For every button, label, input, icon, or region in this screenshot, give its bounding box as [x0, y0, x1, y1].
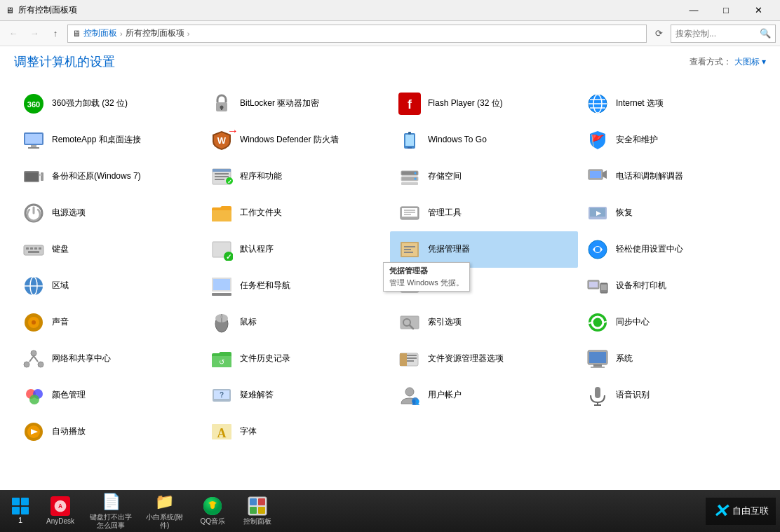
- credential-tooltip: 凭据管理器 管理 Windows 凭据。: [383, 262, 470, 292]
- view-options: 查看方式： 大图标 ▾: [690, 56, 766, 68]
- item-explorer[interactable]: 文件资源管理器选项: [390, 341, 578, 377]
- item-workfolder[interactable]: 工作文件夹: [202, 195, 390, 231]
- window-icon: 🖥: [6, 6, 14, 15]
- svg-rect-39: [590, 171, 601, 178]
- icon-color: [21, 383, 46, 408]
- svg-rect-102: [407, 360, 414, 362]
- svg-rect-99: [400, 353, 407, 366]
- item-security[interactable]: 🚩 安全和维护: [578, 122, 766, 158]
- item-label-explorer: 文件资源管理器选项: [428, 353, 504, 364]
- item-keyboard[interactable]: 键盘: [14, 231, 202, 268]
- item-credential[interactable]: 凭据管理器 凭据管理器 管理 Windows 凭据。: [390, 231, 578, 268]
- svg-rect-61: [404, 249, 411, 250]
- svg-rect-128: [250, 498, 257, 505]
- item-network[interactable]: 网络和共享中心: [14, 341, 202, 377]
- window-title: 所有控制面板项: [18, 4, 77, 16]
- item-color[interactable]: 颜色管理: [14, 377, 202, 414]
- item-region[interactable]: 区域: [14, 268, 202, 304]
- svg-rect-41: [212, 210, 231, 221]
- svg-rect-14: [31, 145, 36, 147]
- svg-rect-52: [34, 247, 37, 250]
- forward-button[interactable]: →: [25, 25, 43, 43]
- item-troubleshoot[interactable]: ? 疑难解答: [202, 377, 390, 414]
- item-fonts[interactable]: A 字体: [202, 414, 390, 450]
- path-segment-1[interactable]: 控制面板: [83, 27, 117, 39]
- item-useraccount[interactable]: 👥 用户帐户: [390, 377, 578, 414]
- item-phone[interactable]: 电话和调制解调器: [578, 158, 766, 195]
- taskbar-folder[interactable]: 📁 小白系统(附件): [140, 492, 189, 530]
- search-box[interactable]: 🔍: [671, 25, 776, 43]
- item-devices[interactable]: 设备和打印机: [578, 268, 766, 304]
- item-admin[interactable]: 管理工具: [390, 195, 578, 231]
- search-input[interactable]: [675, 29, 757, 39]
- item-bitlocker[interactable]: BitLocker 驱动器加密: [202, 86, 390, 122]
- icon-360: 360: [21, 91, 46, 116]
- taskbar-anydesk[interactable]: A AnyDesk: [39, 492, 81, 530]
- icon-admin: [397, 200, 422, 226]
- item-label-phone: 电话和调制解调器: [616, 171, 683, 182]
- item-wtg[interactable]: Windows To Go: [390, 122, 578, 158]
- item-storage[interactable]: 存储空间: [390, 158, 578, 195]
- item-mouse[interactable]: 鼠标: [202, 304, 390, 341]
- maximize-button[interactable]: □: [710, 0, 742, 21]
- item-power[interactable]: 电源选项: [14, 195, 202, 231]
- taskbar-start-button[interactable]: 1: [4, 492, 36, 530]
- item-sound[interactable]: 声音: [14, 304, 202, 341]
- icon-taskbar-nav: [209, 273, 234, 299]
- item-system[interactable]: 系统: [578, 341, 766, 377]
- icon-devices: [585, 273, 610, 299]
- icon-autoplay: [21, 419, 46, 444]
- item-remoteapp[interactable]: RemoteApp 和桌面连接: [14, 122, 202, 158]
- item-sync[interactable]: 同步中心: [578, 304, 766, 341]
- taskbar-qq-music[interactable]: QQ音乐: [191, 492, 234, 530]
- close-button[interactable]: ✕: [742, 0, 774, 21]
- item-internet[interactable]: Internet 选项: [578, 86, 766, 122]
- icon-mouse: [209, 310, 234, 335]
- back-button[interactable]: ←: [4, 25, 22, 43]
- icon-useraccount: 👥: [397, 383, 422, 408]
- svg-rect-20: [408, 132, 411, 135]
- address-path[interactable]: 🖥 控制面板 › 所有控制面板项 ›: [67, 25, 647, 43]
- minimize-button[interactable]: —: [678, 0, 710, 21]
- item-label-taskbar-nav: 任务栏和导航: [240, 280, 290, 292]
- icon-storage: [397, 164, 422, 189]
- item-autoplay[interactable]: 自动播放: [14, 414, 202, 450]
- brand-text: 自由互联: [732, 505, 769, 517]
- item-index[interactable]: 索引选项: [390, 304, 578, 341]
- refresh-button[interactable]: ⟳: [650, 25, 668, 43]
- item-programs[interactable]: ✓ 程序和功能: [202, 158, 390, 195]
- item-label-power: 电源选项: [52, 207, 86, 219]
- item-filehist[interactable]: ↺ 文件历史记录: [202, 341, 390, 377]
- item-label-flash: Flash Player (32 位): [428, 98, 503, 109]
- svg-rect-23: [25, 172, 38, 181]
- svg-rect-116: [595, 387, 600, 398]
- item-360[interactable]: 360 360强力卸载 (32 位): [14, 86, 202, 122]
- content-title: 调整计算机的设置: [14, 53, 115, 70]
- item-label-mouse: 鼠标: [240, 317, 257, 328]
- cpanel-taskbar-icon: [248, 496, 267, 516]
- item-recovery[interactable]: 恢复: [578, 195, 766, 231]
- taskbar-cpanel[interactable]: 控制面板: [236, 492, 278, 530]
- icon-index: [397, 310, 422, 335]
- address-bar: ← → ↑ 🖥 控制面板 › 所有控制面板项 › ⟳ 🔍: [0, 21, 780, 46]
- item-speech[interactable]: 语音识别: [578, 377, 766, 414]
- svg-rect-18: [405, 135, 414, 146]
- item-backup[interactable]: 备份和还原(Windows 7): [14, 158, 202, 195]
- up-button[interactable]: ↑: [46, 25, 65, 43]
- path-segment-2[interactable]: 所有控制面板项: [126, 27, 184, 39]
- item-flash[interactable]: f Flash Player (32 位): [390, 86, 578, 122]
- item-label-security: 安全和维护: [616, 135, 658, 146]
- icon-sound: [21, 310, 46, 335]
- view-value[interactable]: 大图标 ▾: [734, 56, 766, 68]
- svg-text:↺: ↺: [219, 358, 224, 366]
- icon-bitlocker: [209, 91, 234, 116]
- item-ease[interactable]: 轻松使用设置中心: [578, 231, 766, 268]
- taskbar-doc[interactable]: 📄 键盘打不出字怎么回事: [84, 492, 137, 530]
- svg-rect-104: [589, 352, 606, 363]
- svg-rect-15: [28, 147, 39, 149]
- item-taskbar-nav[interactable]: 任务栏和导航: [202, 268, 390, 304]
- item-defender[interactable]: W → Windows Defender 防火墙: [202, 122, 390, 158]
- svg-text:👥: 👥: [412, 397, 420, 406]
- item-default[interactable]: ✓ 默认程序: [202, 231, 390, 268]
- svg-line-95: [34, 356, 38, 362]
